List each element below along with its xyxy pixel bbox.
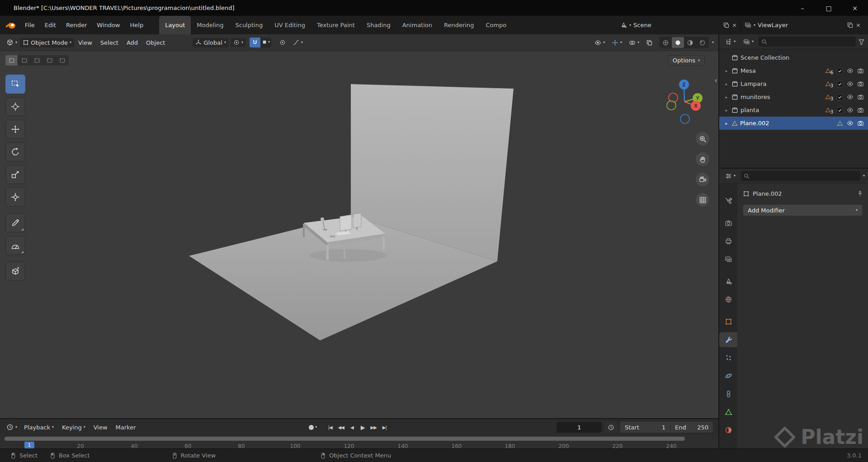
shading-material-button[interactable]	[684, 37, 696, 48]
tab-sculpting[interactable]: Sculpting	[229, 16, 269, 34]
outliner-row-lampara[interactable]: ▸ Lampara 3	[719, 77, 868, 90]
jump-to-end-button[interactable]: ▶|	[379, 422, 390, 432]
tab-particles[interactable]	[719, 350, 737, 365]
start-frame-field[interactable]: Start 1	[620, 422, 670, 433]
disclosure-icon[interactable]: ▸	[724, 69, 729, 73]
proportional-falloff-dropdown[interactable]: ▾	[290, 38, 306, 47]
filter-icon[interactable]	[858, 38, 865, 45]
xray-toggle[interactable]	[643, 38, 656, 47]
tab-layout[interactable]: Layout	[159, 16, 191, 34]
timeline-ruler[interactable]: 1 20 40 60 80 100 120 140 160 180 200 22…	[0, 435, 718, 448]
tab-modifiers[interactable]	[719, 332, 737, 347]
tab-shading[interactable]: Shading	[361, 16, 396, 34]
minimize-button[interactable]: –	[789, 0, 816, 16]
maximize-button[interactable]: □	[816, 0, 842, 16]
hide-eye-icon[interactable]	[847, 107, 854, 113]
tab-view-layer[interactable]	[719, 252, 737, 267]
gizmo-axis-neg-y[interactable]	[667, 101, 676, 110]
play-reverse-button[interactable]: ◀	[346, 422, 357, 432]
editor-type-button[interactable]: ▾	[4, 38, 20, 47]
disclosure-icon[interactable]: ▸	[724, 121, 729, 126]
outliner-row-plane-002[interactable]: ▸ Plane.002	[719, 117, 868, 130]
checkbox[interactable]	[837, 107, 843, 113]
camera-view-button[interactable]	[696, 173, 709, 186]
shading-solid-button[interactable]	[672, 37, 684, 48]
add-modifier-button[interactable]: Add Modifier ▾	[743, 204, 863, 216]
pivot-point-dropdown[interactable]: ▾	[231, 38, 246, 47]
menu-marker[interactable]: Marker	[112, 424, 140, 431]
new-viewlayer-icon[interactable]	[847, 22, 854, 28]
scene-selector[interactable]: ▾ Scene ×	[617, 19, 741, 31]
3d-viewport[interactable]: ▾ Object Mode ▾ View Select Add Object	[0, 34, 718, 418]
disclosure-icon[interactable]: ▸	[724, 95, 729, 99]
shading-rendered-button[interactable]	[696, 37, 708, 48]
auto-key-button[interactable]: ▾	[307, 424, 319, 431]
render-camera-icon[interactable]	[857, 94, 864, 100]
orientation-dropdown[interactable]: Global ▾	[193, 38, 229, 47]
disclosure-icon[interactable]: ▸	[724, 82, 729, 86]
properties-search-input[interactable]	[741, 171, 860, 181]
select-mode-set[interactable]	[5, 55, 18, 66]
tool-cursor[interactable]	[5, 97, 25, 116]
tab-render[interactable]	[719, 216, 737, 231]
menu-edit[interactable]: Edit	[40, 16, 61, 34]
tool-scale[interactable]	[5, 165, 25, 184]
menu-add[interactable]: Add	[123, 34, 142, 51]
menu-window[interactable]: Window	[92, 16, 125, 34]
object-visibility-dropdown[interactable]: ▾	[592, 38, 608, 47]
tool-add-cube[interactable]	[5, 262, 25, 281]
prev-keyframe-button[interactable]: ◀◀	[335, 422, 346, 432]
pin-icon[interactable]	[857, 190, 863, 197]
end-frame-field[interactable]: End 250	[670, 422, 713, 433]
render-camera-icon[interactable]	[857, 80, 864, 87]
tab-texture-paint[interactable]: Texture Paint	[311, 16, 361, 34]
proportional-editing-toggle[interactable]	[277, 38, 288, 47]
menu-render[interactable]: Render	[61, 16, 92, 34]
new-scene-icon[interactable]	[723, 22, 730, 28]
render-camera-icon[interactable]	[857, 120, 864, 127]
menu-playback[interactable]: Playback ▾	[20, 424, 58, 431]
zoom-button[interactable]	[696, 132, 709, 146]
next-keyframe-button[interactable]: ▶▶	[368, 422, 379, 432]
pan-button[interactable]	[696, 152, 709, 166]
blender-logo-icon[interactable]	[5, 20, 16, 31]
tab-physics[interactable]	[719, 368, 737, 383]
remove-viewlayer-icon[interactable]: ×	[856, 22, 861, 28]
tab-constraints[interactable]	[719, 387, 737, 401]
select-mode-extend[interactable]	[18, 55, 31, 66]
outliner-row-mesa[interactable]: ▸ Mesa 6	[719, 64, 868, 77]
disclosure-icon[interactable]: ▸	[724, 108, 729, 113]
tool-rotate[interactable]	[5, 142, 25, 161]
play-button[interactable]: ▶	[357, 422, 368, 432]
menu-select[interactable]: Select	[96, 34, 123, 51]
ortho-toggle-button[interactable]	[696, 193, 709, 207]
select-mode-intersect[interactable]	[56, 55, 69, 66]
tab-rendering[interactable]: Rendering	[438, 16, 480, 34]
jump-to-start-button[interactable]: |◀	[325, 422, 335, 432]
menu-view[interactable]: View	[90, 424, 112, 431]
overlays-dropdown[interactable]: ▾	[626, 38, 642, 47]
3d-viewport-canvas[interactable]	[0, 51, 718, 418]
tab-material[interactable]	[719, 423, 737, 438]
snap-settings-dropdown[interactable]: ▾	[260, 38, 271, 47]
select-mode-invert[interactable]	[43, 55, 56, 66]
tool-annotate[interactable]	[5, 213, 25, 232]
tab-compositing[interactable]: Compo	[480, 16, 512, 34]
options-button[interactable]: Options ▾	[668, 55, 705, 66]
tab-output[interactable]	[719, 234, 737, 249]
outliner-display-mode-button[interactable]: ▾	[741, 37, 756, 47]
current-frame-field[interactable]: 1	[557, 422, 602, 433]
outliner-row-munitores[interactable]: ▸ munitores 3	[719, 90, 868, 104]
tool-select-box[interactable]	[5, 75, 25, 94]
tab-animation[interactable]: Animation	[396, 16, 438, 34]
tab-uv-editing[interactable]: UV Editing	[269, 16, 311, 34]
timeline-editor-type-button[interactable]: ▾	[4, 422, 20, 432]
sidebar-toggle-icon[interactable]: ‹	[715, 77, 717, 84]
tab-scene[interactable]	[719, 274, 737, 289]
tool-transform[interactable]	[5, 188, 25, 207]
tab-modeling[interactable]: Modeling	[191, 16, 229, 34]
tab-object-data[interactable]	[719, 405, 737, 420]
playhead[interactable]: 1	[24, 442, 34, 448]
shading-settings-chevron-icon[interactable]: ▾	[712, 41, 714, 44]
menu-object[interactable]: Object	[142, 34, 169, 51]
